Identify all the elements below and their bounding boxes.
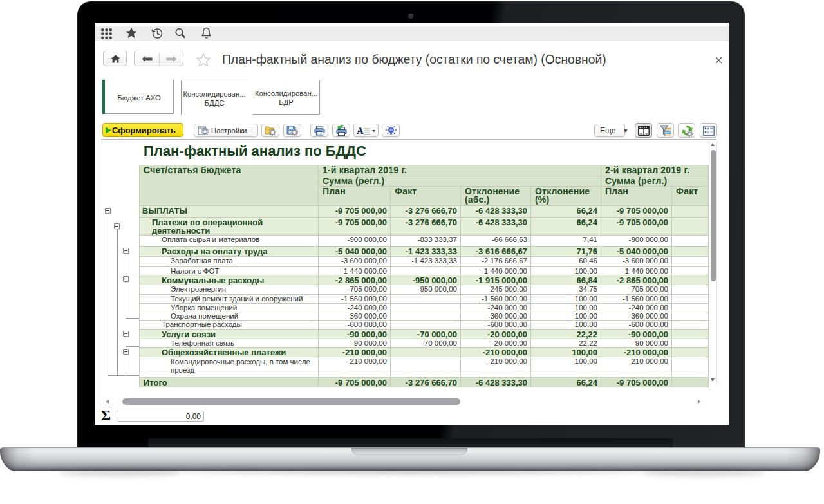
svg-text:A: A bbox=[357, 126, 364, 135]
